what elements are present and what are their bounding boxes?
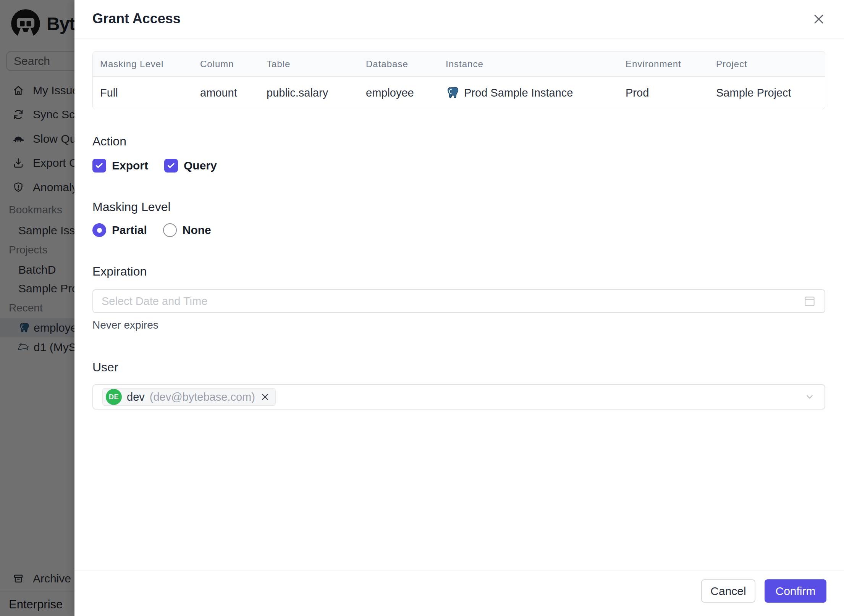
action-checkbox-row: Export Query: [92, 159, 217, 173]
col-header-column: Column: [193, 52, 259, 76]
col-header-environment: Environment: [618, 52, 709, 76]
masking-radio-row: Partial None: [92, 223, 211, 237]
col-header-instance: Instance: [438, 52, 618, 76]
query-checkbox-label[interactable]: Query: [184, 159, 217, 172]
modal-footer-divider: [74, 571, 844, 571]
cell-column: amount: [193, 77, 259, 109]
chevron-down-icon[interactable]: [804, 391, 815, 403]
cell-environment: Prod: [618, 77, 709, 109]
grant-access-screen: Byt My Issue Sync Sc Slow Qu: [0, 0, 844, 616]
partial-radio[interactable]: [92, 223, 106, 237]
cell-instance: Prod Sample Instance: [438, 77, 618, 109]
cell-project: Sample Project: [709, 77, 825, 109]
export-checkbox-label[interactable]: Export: [112, 159, 148, 172]
confirm-button[interactable]: Confirm: [765, 579, 826, 603]
col-header-masking-level: Masking Level: [93, 52, 193, 76]
export-checkbox[interactable]: [92, 159, 106, 173]
col-header-database: Database: [359, 52, 438, 76]
col-header-project: Project: [709, 52, 825, 76]
grant-access-modal: Grant Access Masking Level Column Table …: [74, 0, 844, 616]
avatar: DE: [106, 389, 122, 405]
instance-name: Prod Sample Instance: [464, 87, 573, 99]
query-checkbox[interactable]: [164, 159, 178, 173]
modal-header-divider: [74, 38, 844, 39]
check-icon: [166, 161, 176, 171]
user-heading: User: [92, 360, 118, 374]
calendar-icon[interactable]: [803, 295, 816, 308]
masking-level-heading: Masking Level: [92, 200, 171, 214]
modal-title: Grant Access: [92, 11, 181, 27]
user-email: (dev@bytebase.com): [150, 391, 255, 403]
cancel-button[interactable]: Cancel: [701, 579, 755, 603]
table-header-row: Masking Level Column Table Database Inst…: [93, 52, 825, 77]
partial-radio-label[interactable]: Partial: [112, 224, 147, 237]
expiration-date-field[interactable]: [92, 289, 825, 313]
action-heading: Action: [92, 134, 126, 148]
expiration-heading: Expiration: [92, 264, 147, 279]
access-summary-table: Masking Level Column Table Database Inst…: [92, 51, 825, 109]
expiration-date-input[interactable]: [102, 295, 803, 308]
user-name: dev: [127, 391, 145, 403]
modal-backdrop[interactable]: [0, 0, 74, 616]
user-tag: DE dev (dev@bytebase.com): [102, 388, 276, 406]
remove-user-icon[interactable]: [260, 392, 270, 402]
cell-table: public.salary: [259, 77, 359, 109]
check-icon: [94, 161, 104, 171]
user-select[interactable]: DE dev (dev@bytebase.com): [92, 384, 825, 410]
table-row: Full amount public.salary employee Prod …: [93, 77, 825, 109]
none-radio[interactable]: [163, 223, 177, 237]
close-icon[interactable]: [811, 11, 826, 27]
cell-masking-level: Full: [93, 77, 193, 109]
col-header-table: Table: [259, 52, 359, 76]
postgres-icon: [446, 85, 460, 100]
none-radio-label[interactable]: None: [183, 224, 211, 237]
cell-database: employee: [359, 77, 438, 109]
never-expires-note: Never expires: [92, 319, 158, 331]
